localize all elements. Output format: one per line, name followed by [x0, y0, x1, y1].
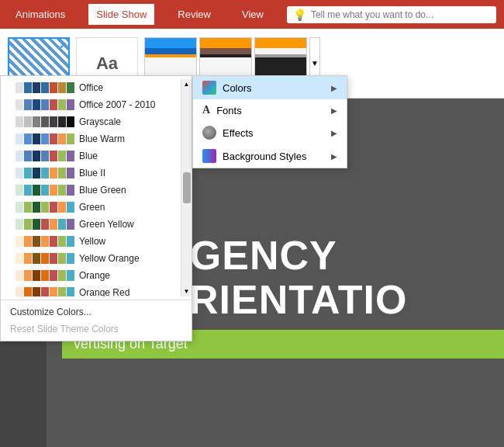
swatch	[67, 287, 74, 296]
swatch	[67, 133, 74, 144]
swatch	[50, 270, 57, 281]
scroll-down-btn[interactable]: ▼	[182, 286, 192, 296]
swatch	[24, 133, 32, 144]
swatch	[16, 168, 23, 178]
color-scheme-list: ▲ ▼ OfficeOffice 2007 - 2010GrayscaleBlu…	[0, 75, 192, 341]
submenu-effects-arrow: ▶	[331, 129, 337, 137]
swatch	[41, 219, 49, 230]
swatch	[58, 185, 66, 196]
swatch	[41, 253, 49, 264]
swatch	[67, 168, 74, 178]
color-item-green[interactable]: Green	[1, 199, 181, 216]
color-item-orange-red[interactable]: Orange Red	[1, 284, 181, 296]
swatch	[16, 133, 23, 144]
color-swatches	[7, 99, 74, 110]
ribbon-top: Animations Slide Show Review View 💡	[0, 0, 504, 29]
color-swatches	[7, 236, 74, 247]
lightbulb-icon: 💡	[293, 9, 306, 21]
color-item-grayscale[interactable]: Grayscale	[1, 113, 181, 130]
color-scheme-name: Office 2007 - 2010	[79, 99, 156, 110]
color-item-green-yellow[interactable]: Green Yellow	[1, 216, 181, 233]
swatch	[24, 116, 32, 127]
color-item-yellow-orange[interactable]: Yellow Orange	[1, 250, 181, 267]
swatch	[16, 116, 23, 127]
swatch	[67, 185, 74, 196]
swatch	[41, 270, 49, 281]
color-scheme-name: Blue Green	[79, 185, 126, 196]
tab-view[interactable]: View	[234, 4, 271, 25]
customize-colors-action[interactable]: Customize Colors...	[1, 303, 192, 321]
swatch	[58, 270, 66, 281]
swatch	[50, 99, 57, 110]
swatch	[50, 151, 57, 161]
color-item-orange[interactable]: Orange	[1, 267, 181, 284]
swatch	[50, 236, 57, 247]
color-scheme-name: Orange Red	[79, 287, 129, 296]
tab-animations[interactable]: Animations	[8, 4, 73, 25]
swatch	[33, 219, 40, 230]
color-scheme-name: Green	[79, 202, 105, 213]
swatch	[7, 168, 15, 178]
list-divider	[1, 300, 192, 300]
swatch	[67, 82, 74, 93]
swatch	[16, 151, 23, 161]
color-swatches	[7, 116, 74, 127]
color-scheme-name: Grayscale	[79, 116, 121, 127]
color-swatches	[7, 151, 74, 161]
swatch	[24, 99, 32, 110]
swatch	[50, 219, 57, 230]
search-input[interactable]	[311, 9, 466, 20]
color-swatches	[7, 253, 74, 264]
submenu: Colors ▶ A Fonts ▶ Effects ▶ Background …	[192, 75, 347, 168]
swatch	[24, 287, 32, 296]
swatch	[58, 133, 66, 144]
color-item-office-2007---2010[interactable]: Office 2007 - 2010	[1, 96, 181, 113]
submenu-colors[interactable]: Colors ▶	[193, 76, 347, 99]
swatch	[16, 82, 23, 93]
swatch	[50, 82, 57, 93]
swatch	[50, 185, 57, 196]
tab-slideshow[interactable]: Slide Show	[88, 4, 154, 25]
swatch	[41, 202, 49, 213]
swatch	[16, 236, 23, 247]
color-item-blue-green[interactable]: Blue Green	[1, 182, 181, 199]
swatch	[67, 236, 74, 247]
swatch	[67, 202, 74, 213]
swatch	[67, 116, 74, 127]
swatch	[67, 99, 74, 110]
color-item-blue-warm[interactable]: Blue Warm	[1, 130, 181, 147]
swatch	[24, 219, 32, 230]
color-item-office[interactable]: Office	[1, 79, 181, 96]
swatch	[33, 253, 40, 264]
submenu-fonts-label: Fonts	[216, 105, 242, 116]
swatch	[50, 133, 57, 144]
swatch	[16, 253, 23, 264]
swatch	[58, 202, 66, 213]
scroll-up-btn[interactable]: ▲	[182, 79, 192, 89]
swatch	[33, 133, 40, 144]
swatch	[24, 185, 32, 196]
swatch	[24, 82, 32, 93]
swatch	[67, 151, 74, 161]
swatch	[58, 253, 66, 264]
submenu-background[interactable]: Background Styles ▶	[193, 144, 347, 168]
swatch	[41, 185, 49, 196]
submenu-background-arrow: ▶	[331, 152, 337, 161]
swatch	[41, 168, 49, 178]
submenu-effects[interactable]: Effects ▶	[193, 121, 347, 144]
color-item-yellow[interactable]: Yellow	[1, 233, 181, 250]
color-item-blue-ii[interactable]: Blue II	[1, 165, 181, 182]
dropdown-overlay: ▲ ▼ OfficeOffice 2007 - 2010GrayscaleBlu…	[0, 75, 192, 341]
color-items-container: OfficeOffice 2007 - 2010GrayscaleBlue Wa…	[1, 79, 192, 296]
swatch	[33, 236, 40, 247]
swatch	[7, 151, 15, 161]
swatch	[16, 185, 23, 196]
color-item-blue[interactable]: Blue	[1, 147, 181, 165]
swatch	[33, 168, 40, 178]
colors-icon	[202, 81, 216, 95]
submenu-fonts[interactable]: A Fonts ▶	[193, 99, 347, 121]
swatch	[50, 116, 57, 127]
tab-review[interactable]: Review	[170, 4, 219, 25]
background-icon	[202, 149, 216, 163]
swatch	[7, 219, 15, 230]
